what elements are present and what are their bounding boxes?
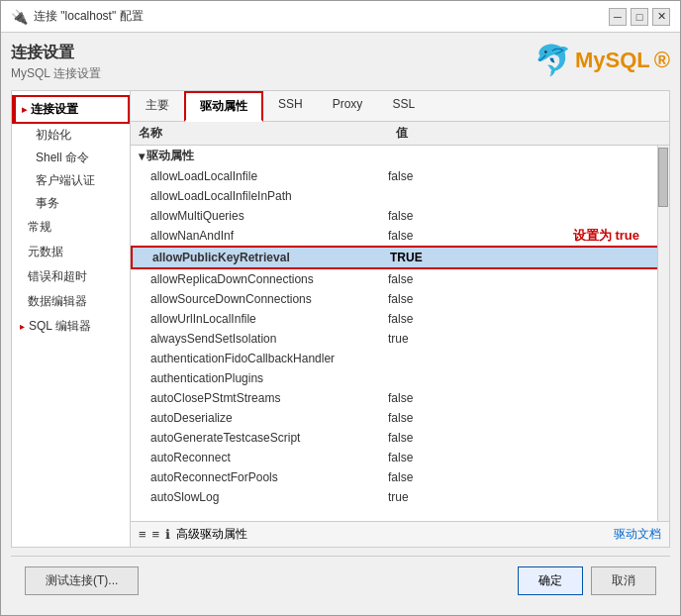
tab-main-label: 主要 [146, 98, 169, 112]
table-row[interactable]: autoReconnect false [131, 448, 669, 467]
tab-proxy-label: Proxy [333, 97, 363, 111]
table-row[interactable]: autoReconnectForPools false [131, 467, 669, 487]
table-row[interactable]: autoDeserialize false [131, 408, 669, 428]
row-name: autoGenerateTestcaseScript [150, 431, 388, 445]
table-row[interactable]: allowReplicaDownConnections false [131, 269, 669, 289]
table-row[interactable]: allowMultiQueries false [131, 206, 669, 226]
table-row[interactable]: authenticationPlugins [131, 368, 669, 388]
tab-ssh-label: SSH [278, 97, 303, 111]
row-name: alwaysSendSetIsolation [150, 332, 388, 346]
window-title: 连接 "localhost" 配置 [34, 8, 144, 25]
scrollable-table[interactable]: ▾ 驱动属性 allowLoadLocalInfile false allowL… [131, 146, 669, 521]
mysql-logo-dot: ® [654, 48, 670, 73]
page-title: 连接设置 [11, 43, 101, 63]
sidebar-item-meta[interactable]: 元数据 [12, 240, 130, 264]
footer-left: ≡ ≡ ℹ 高级驱动属性 [139, 526, 247, 543]
table-row[interactable]: allowLoadLocalInfile false [131, 166, 669, 186]
table-row[interactable]: allowUrlInLocalInfile false [131, 309, 669, 329]
cancel-button[interactable]: 取消 [591, 566, 656, 595]
driver-docs-link[interactable]: 驱动文档 [614, 527, 661, 541]
main-area: ▸ 连接设置 初始化 Shell 命令 客户端认证 事务 常规 [11, 90, 670, 548]
table-row[interactable]: authenticationFidoCallbackHandler [131, 349, 669, 368]
sidebar-init-label: 初始化 [36, 128, 71, 142]
test-connection-button[interactable]: 测试连接(T)... [25, 566, 139, 595]
sidebar-dbedit-label: 数据编辑器 [28, 293, 87, 310]
main-window: 🔌 连接 "localhost" 配置 ─ □ ✕ 连接设置 MySQL 连接设… [0, 0, 681, 616]
table-row[interactable]: autoSlowLog true [131, 487, 669, 507]
table-header: 名称 值 [131, 122, 669, 146]
row-name: autoDeserialize [150, 411, 388, 425]
group-row-driver[interactable]: ▾ 驱动属性 [131, 146, 669, 166]
tab-main[interactable]: 主要 [131, 91, 184, 122]
page-subtitle: MySQL 连接设置 [11, 65, 101, 82]
window-content: 连接设置 MySQL 连接设置 🐬 MySQL ® ▸ 连接设置 初始化 [1, 33, 680, 615]
col-value-header: 值 [396, 125, 661, 142]
sidebar-item-error[interactable]: 错误和超时 [12, 264, 130, 289]
sidebar-item-general[interactable]: 常规 [12, 215, 130, 240]
sidebar-item-shell[interactable]: Shell 命令 [12, 147, 130, 169]
content-area: 主要 驱动属性 SSH Proxy SSL [131, 91, 669, 547]
tab-ssl-label: SSL [392, 97, 415, 111]
row-name-selected: allowPublicKeyRetrieval [152, 251, 390, 264]
page-header: 连接设置 MySQL 连接设置 🐬 MySQL ® [11, 43, 670, 82]
scrollbar-track[interactable] [657, 146, 669, 521]
footer-info-icon[interactable]: ℹ [165, 527, 170, 542]
table-row[interactable]: alwaysSendSetIsolation true [131, 329, 669, 349]
sidebar-item-connection-label: 连接设置 [31, 101, 78, 118]
sidebar-meta-label: 元数据 [28, 244, 63, 260]
sidebar-item-sqledit[interactable]: ▸ SQL 编辑器 [12, 314, 130, 339]
ok-button[interactable]: 确定 [518, 566, 583, 595]
tab-content: 名称 值 ▾ 驱动属性 allowLoadLocalInfile [131, 122, 669, 547]
row-name: authenticationPlugins [150, 371, 388, 385]
row-value: false [388, 431, 661, 445]
sidebar-item-dbedit[interactable]: 数据编辑器 [12, 289, 130, 314]
row-name: autoReconnectForPools [150, 470, 388, 484]
dialog-buttons: 确定 取消 [518, 566, 656, 595]
annotation-text: 设置为 true [573, 227, 639, 245]
row-value: true [388, 332, 661, 346]
tab-ssh[interactable]: SSH [263, 91, 318, 122]
table-row[interactable]: allowNanAndInf false 设置为 true [131, 226, 669, 246]
maximize-button[interactable]: □ [631, 8, 648, 26]
close-button[interactable]: ✕ [652, 8, 670, 26]
row-name: authenticationFidoCallbackHandler [150, 352, 388, 365]
tab-ssl[interactable]: SSL [377, 91, 430, 122]
row-value-selected: TRUE [390, 251, 659, 264]
footer-list-icon[interactable]: ≡ [139, 527, 146, 542]
table-row[interactable]: allowSourceDownConnections false [131, 289, 669, 309]
mysql-logo: 🐬 MySQL ® [535, 43, 670, 77]
group-label: 驱动属性 [146, 148, 194, 164]
row-value: false [388, 169, 661, 183]
row-name: autoSlowLog [150, 490, 388, 504]
mysql-logo-text: MySQL [575, 48, 650, 73]
sidebar-cert-label: 客户端认证 [36, 173, 95, 187]
row-name: allowNanAndInf [150, 229, 388, 243]
tab-proxy[interactable]: Proxy [318, 91, 378, 122]
row-value: false [388, 411, 661, 425]
scrollbar-thumb[interactable] [658, 148, 668, 207]
row-name: allowSourceDownConnections [150, 292, 388, 306]
table-row-selected[interactable]: allowPublicKeyRetrieval TRUE [131, 246, 669, 269]
tab-driver[interactable]: 驱动属性 [184, 91, 263, 122]
table-row[interactable]: autoClosePStmtStreams false [131, 388, 669, 408]
row-value: true [388, 490, 661, 504]
sidebar-item-connection[interactable]: ▸ 连接设置 [12, 95, 130, 124]
group-toggle-icon: ▾ [139, 150, 145, 163]
sidebar-item-service[interactable]: 事务 [12, 192, 130, 215]
footer-label: 高级驱动属性 [176, 526, 247, 543]
footer-right: 驱动文档 [614, 526, 661, 543]
sidebar-shell-label: Shell 命令 [36, 151, 89, 164]
footer-filter-icon[interactable]: ≡ [152, 527, 160, 542]
minimize-button[interactable]: ─ [609, 8, 627, 26]
row-value: false [388, 391, 661, 405]
title-bar: 🔌 连接 "localhost" 配置 ─ □ ✕ [1, 1, 680, 33]
table-row[interactable]: allowLoadLocalInfileInPath [131, 186, 669, 206]
row-value: false [388, 272, 661, 286]
bottom-bar: 测试连接(T)... 确定 取消 [11, 556, 670, 605]
sidebar-item-init[interactable]: 初始化 [12, 124, 130, 147]
table-row[interactable]: autoGenerateTestcaseScript false [131, 428, 669, 448]
table-footer: ≡ ≡ ℹ 高级驱动属性 驱动文档 [131, 521, 669, 547]
sidebar-item-cert[interactable]: 客户端认证 [12, 169, 130, 192]
sidebar: ▸ 连接设置 初始化 Shell 命令 客户端认证 事务 常规 [12, 91, 131, 547]
sidebar-arrow-icon: ▸ [22, 104, 27, 115]
